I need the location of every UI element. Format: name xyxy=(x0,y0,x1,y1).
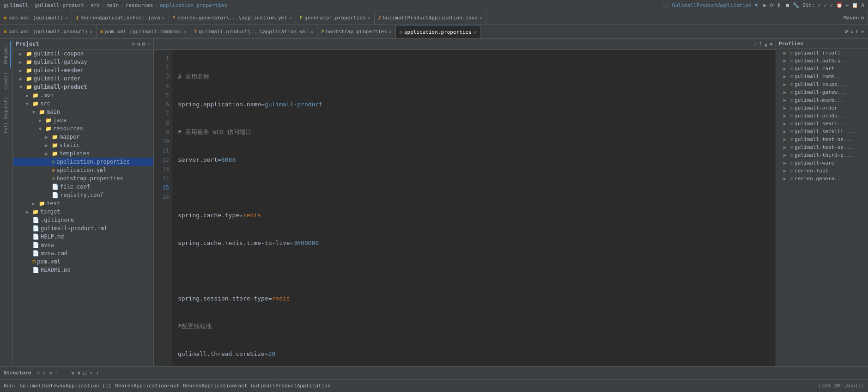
tree-label: mvnw xyxy=(41,242,54,248)
tab-bootstrap[interactable]: P bootstrap.properties ✕ xyxy=(317,25,396,38)
property-key: spring.application.name xyxy=(178,100,261,109)
property-value: 3600000 xyxy=(293,239,319,248)
tree-label: templates xyxy=(60,150,90,157)
maven-item-renren-fast[interactable]: ▶ m renren-fast xyxy=(776,167,868,175)
maven-item-ware[interactable]: ▶ m gulimall-ware xyxy=(776,159,868,167)
sidebar-item-bootstrap[interactable]: ⚙ bootstrap.properties xyxy=(13,174,153,183)
sidebar-item-gateway[interactable]: ▶ 📁 gulimall-gateway xyxy=(13,58,153,66)
tab-renren-fast[interactable]: J RenrenApplicationFast.java ✕ xyxy=(72,11,169,24)
sidebar-item-pull-requests[interactable]: Pull Requests xyxy=(1,93,11,137)
sidebar-item-readme[interactable]: 📄 README.md xyxy=(13,266,153,274)
sidebar-item-commit[interactable]: Commit xyxy=(1,68,11,92)
sidebar-item-mapper[interactable]: ▶ 📁 mapper xyxy=(13,133,153,141)
file-icon-props: ⚙ xyxy=(52,159,55,165)
maven-item-searc[interactable]: ▶ m gulimall-searc... xyxy=(776,120,868,128)
property-key: spring.cache.type xyxy=(178,211,239,220)
tab-app-yml[interactable]: Y gulimall-product\...\application.yml ✕ xyxy=(190,25,317,38)
tab-icon-m: m xyxy=(4,15,6,20)
maven-item-order[interactable]: ▶ m gulimall-order xyxy=(776,104,868,112)
maven-item-cart[interactable]: ▶ m gulimall-cart xyxy=(776,65,868,73)
sidebar-item-registry-conf[interactable]: 📄 registry.conf xyxy=(13,191,153,199)
download-icon[interactable]: ⬇ xyxy=(855,29,858,35)
tab-close[interactable]: ✕ xyxy=(90,29,92,34)
sort-icon[interactable]: ↕ xyxy=(850,29,854,35)
sidebar-item-file-conf[interactable]: 📄 file.conf xyxy=(13,183,153,191)
sidebar-item-product-iml[interactable]: 📄 gulimall-product.iml xyxy=(13,224,153,233)
sidebar-item-app-properties[interactable]: ⚙ application.properties xyxy=(13,158,153,166)
code-editor[interactable]: 1 2 3 4 5 6 7 8 9 10 11 12 13 14 15 16 #… xyxy=(154,50,776,366)
sidebar-item-mvn[interactable]: ▶ 📁 .mvn xyxy=(13,91,153,99)
add-icon[interactable]: ＋ xyxy=(860,28,865,35)
sidebar-item-app-yml[interactable]: ⚙ application.yml xyxy=(13,166,153,174)
tab-close[interactable]: ✕ xyxy=(183,29,186,34)
tab-maven[interactable]: Maven ⚙ xyxy=(840,11,868,24)
sidebar-item-target[interactable]: ▶ 📁 target xyxy=(13,208,153,216)
tab-close[interactable]: ✕ xyxy=(389,29,392,34)
tab-icon-p: P xyxy=(321,29,324,34)
tab-label: application.properties xyxy=(404,29,472,35)
maven-item-third[interactable]: ▶ m gulimall-third-p... xyxy=(776,151,868,159)
sidebar-item-product[interactable]: ▼ 📁 gulimall-product xyxy=(13,83,153,91)
maven-item-gatew[interactable]: ▶ m gulimall-gatew... xyxy=(776,88,868,96)
maven-item-renren-genera[interactable]: ▶ m renren-genera... xyxy=(776,175,868,183)
sidebar-item-coupon[interactable]: ▶ 📁 gulimall-coupon xyxy=(13,49,153,58)
code-content[interactable]: # 应用名称 spring.application.name=gulimall-… xyxy=(172,50,776,366)
sidebar-item-main[interactable]: ▼ 📁 main xyxy=(13,108,153,116)
up-arrow-icon[interactable]: ▲ xyxy=(765,41,768,48)
tab-label: pom.xml (gulimall-common) xyxy=(105,29,182,35)
tab-renren-app-fast2[interactable]: RenrenApplicationFast xyxy=(183,383,247,389)
sidebar-item-gitignore[interactable]: 📄 .gitignore xyxy=(13,216,153,224)
tree-label: test xyxy=(47,200,60,207)
tab-close[interactable]: ✕ xyxy=(480,15,482,20)
sidebar-item-help-md[interactable]: 📄 HELP.md xyxy=(13,233,153,241)
expand-arrow: ▶ xyxy=(783,176,789,181)
sidebar-item-resources[interactable]: ▼ 📁 resources xyxy=(13,124,153,133)
tab-close[interactable]: ✕ xyxy=(368,15,370,20)
sidebar-item-templates[interactable]: ▶ 📁 templates xyxy=(13,149,153,158)
run-app-name[interactable]: GulimallGatewayApplication (1) xyxy=(20,383,112,389)
maven-item-auth[interactable]: ▶ m gulimall-auth-s... xyxy=(776,57,868,65)
tab-label: RenrenApplicationFast.java xyxy=(80,15,160,21)
tab-renren-app-fast[interactable]: RenrenApplicationFast xyxy=(115,383,179,389)
sidebar-item-test[interactable]: ▶ 📁 test xyxy=(13,199,153,208)
maven-item-coupo[interactable]: ▶ m gulimall-coupo... xyxy=(776,80,868,88)
sidebar-item-mvnw[interactable]: 📄 mvnw xyxy=(13,241,153,249)
sidebar-item-src[interactable]: ▼ 📁 src xyxy=(13,99,153,108)
tab-gulimall-product-app[interactable]: GulimallProductApplication xyxy=(251,383,330,389)
sidebar-item-order[interactable]: ▶ 📁 gulimall-order xyxy=(13,74,153,83)
collapse-all-icon[interactable]: ≡ xyxy=(132,41,135,47)
maven-item-secki[interactable]: ▶ m gulimall-seckill-... xyxy=(776,128,868,135)
maven-item-test2[interactable]: ▶ m gulimall-test-ss... xyxy=(776,143,868,151)
maven-icon: m xyxy=(790,176,793,181)
tab-close[interactable]: ✕ xyxy=(162,15,165,20)
tab-close[interactable]: ✕ xyxy=(473,30,476,35)
expand-icon[interactable]: ⇅ xyxy=(137,41,140,47)
expand-arrow: ▶ xyxy=(783,168,789,173)
tab-renren-gen[interactable]: Y renren-generator\...\application.yml ✕ xyxy=(169,11,296,24)
sidebar-item-project[interactable]: Project xyxy=(1,41,11,67)
tab-pom-common[interactable]: m pom.xml (gulimall-common) ✕ xyxy=(97,25,190,38)
maven-item-gulimall-root[interactable]: ▶ m gulimall (root) xyxy=(776,49,868,57)
close-sidebar-icon[interactable]: − xyxy=(147,41,151,47)
maven-item-comm[interactable]: ▶ m gulimall-comm... xyxy=(776,73,868,80)
tab-close[interactable]: ✕ xyxy=(289,15,292,20)
down-arrow-icon[interactable]: ▼ xyxy=(770,41,773,48)
sidebar-item-mvnw-cmd[interactable]: 📄 mvnw.cmd xyxy=(13,249,153,257)
tab-app-properties[interactable]: ⚙ application.properties ✕ xyxy=(396,25,480,38)
sidebar-item-pom[interactable]: m pom.xml xyxy=(13,257,153,266)
refresh-icon[interactable]: ⟳ xyxy=(844,29,849,35)
tab-gulimall-app[interactable]: J GulimallProductApplication.java ✕ xyxy=(375,11,486,24)
run-config-selector[interactable]: ⬛ GulimallProductApplication ▼ xyxy=(662,2,758,8)
tab-pom-product[interactable]: m pom.xml (gulimall-product) ✕ xyxy=(0,25,97,38)
tab-close[interactable]: ✕ xyxy=(65,15,68,20)
sidebar-item-java[interactable]: ▶ 📁 java xyxy=(13,116,153,124)
sidebar-item-static[interactable]: ▶ 📁 static xyxy=(13,141,153,149)
maven-item-test1[interactable]: ▶ m gulimall-test-ss... xyxy=(776,135,868,143)
tab-pom-gulimall[interactable]: m pom.xml (gulimall) ✕ xyxy=(0,11,72,24)
tab-close[interactable]: ✕ xyxy=(310,29,313,34)
maven-item-produ[interactable]: ▶ m gulimall-produ... xyxy=(776,112,868,120)
maven-item-memb[interactable]: ▶ m gulimall-memb... xyxy=(776,96,868,104)
settings-icon[interactable]: ⚙ xyxy=(142,41,146,47)
tab-gen-props[interactable]: P generator.properties ✕ xyxy=(296,11,375,24)
sidebar-item-member[interactable]: ▶ 📁 gulimall-member xyxy=(13,66,153,74)
